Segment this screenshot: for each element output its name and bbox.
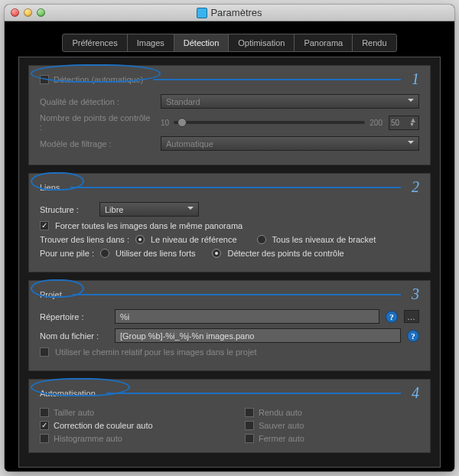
radio-all-brackets-label: Tous les niveaux de bracket <box>272 235 376 244</box>
filename-field[interactable]: [Group %b]-%i_%j-%n images.pano <box>115 328 401 343</box>
filename-label: Nom du fichier : <box>40 331 109 341</box>
close-auto-label: Fermer auto <box>259 434 304 443</box>
relpath-label: Utiliser le chemin relatif pour les imag… <box>55 347 257 357</box>
hist-auto-label: Histogramme auto <box>54 434 122 443</box>
quality-label: Qualité de détection : <box>40 97 155 106</box>
radio-detect-cp-label: Détecter des points de contrôle <box>227 249 343 258</box>
group-project: Projet 3 Répertoire : %i ? … Nom du fich… <box>28 280 431 371</box>
annotation-number-4: 4 <box>412 384 419 402</box>
radio-ref-level[interactable] <box>135 235 145 244</box>
tailor-auto-label: Tailler auto <box>54 408 94 417</box>
quality-select[interactable]: Standard <box>161 94 419 109</box>
group-links: Liens 2 Structure : Libre Forcer toutes … <box>28 173 431 272</box>
tab-detection[interactable]: Détection <box>174 34 229 52</box>
tab-render[interactable]: Rendu <box>352 34 396 52</box>
relpath-checkbox[interactable] <box>40 347 49 357</box>
settings-window: Paramètres Préférences Images Détection … <box>5 5 454 471</box>
info-icon[interactable]: ? <box>386 311 398 323</box>
annotation-number-2: 2 <box>412 178 419 196</box>
directory-label: Répertoire : <box>40 312 109 321</box>
annotation-number-1: 1 <box>412 70 419 88</box>
directory-field[interactable]: %i <box>115 309 379 324</box>
tab-panorama[interactable]: Panorama <box>294 34 353 52</box>
tab-bar: Préférences Images Détection Optimisatio… <box>18 34 441 52</box>
group-detection: Détection (automatique) 1 Qualité de dét… <box>28 65 431 165</box>
radio-strong-links[interactable] <box>100 249 109 258</box>
structure-label: Structure : <box>40 205 93 214</box>
links-heading: Liens <box>40 183 60 192</box>
minimize-icon[interactable] <box>24 8 32 17</box>
save-auto-label: Sauver auto <box>259 421 304 430</box>
tab-preferences[interactable]: Préférences <box>62 34 127 52</box>
close-auto-checkbox[interactable] <box>245 434 254 443</box>
window-title: Paramètres <box>210 7 262 18</box>
tab-images[interactable]: Images <box>127 34 174 52</box>
color-auto-label: Correction de couleur auto <box>54 421 153 430</box>
browse-button[interactable]: … <box>404 310 419 323</box>
find-links-label: Trouver des liens dans : <box>40 235 129 244</box>
tab-optimisation[interactable]: Optimisation <box>228 34 295 52</box>
tailor-auto-checkbox[interactable] <box>40 408 49 417</box>
radio-strong-links-label: Utiliser des liens forts <box>116 249 196 258</box>
detection-panel: Détection (automatique) 1 Qualité de dét… <box>18 57 441 468</box>
structure-select[interactable]: Libre <box>99 202 199 217</box>
npoints-slider[interactable]: 10 200 <box>161 119 382 127</box>
close-icon[interactable] <box>11 8 19 17</box>
titlebar: Paramètres <box>5 5 454 21</box>
radio-ref-level-label: Le niveau de référence <box>151 235 237 244</box>
filter-label: Modèle de filtrage : <box>40 139 155 148</box>
detection-enable-checkbox[interactable] <box>40 75 49 84</box>
info-icon[interactable]: ? <box>407 330 419 342</box>
stack-label: Pour une pile : <box>40 249 94 258</box>
content-area: Préférences Images Détection Optimisatio… <box>5 21 454 471</box>
filter-select[interactable]: Automatique <box>161 136 419 151</box>
zoom-icon[interactable] <box>37 8 45 17</box>
radio-all-brackets[interactable] <box>257 235 266 244</box>
annotation-number-3: 3 <box>412 285 419 303</box>
npoints-stepper[interactable]: 50 ▲▼ <box>389 116 419 130</box>
save-auto-checkbox[interactable] <box>245 421 254 430</box>
detection-heading: Détection (automatique) <box>54 75 143 84</box>
color-auto-checkbox[interactable] <box>40 421 49 430</box>
force-all-label: Forcer toutes les images dans le même pa… <box>55 221 243 230</box>
project-heading: Projet <box>40 290 62 299</box>
automation-heading: Automatisation <box>40 389 96 398</box>
group-automation: Automatisation 4 Tailler auto Rendu auto <box>28 379 431 453</box>
render-auto-label: Rendu auto <box>259 408 302 417</box>
render-auto-checkbox[interactable] <box>245 408 254 417</box>
app-icon <box>197 8 207 18</box>
npoints-label: Nombre de points de contrôle : <box>40 113 155 132</box>
radio-detect-cp[interactable] <box>212 249 221 258</box>
force-all-checkbox[interactable] <box>40 221 49 230</box>
hist-auto-checkbox[interactable] <box>40 434 49 443</box>
